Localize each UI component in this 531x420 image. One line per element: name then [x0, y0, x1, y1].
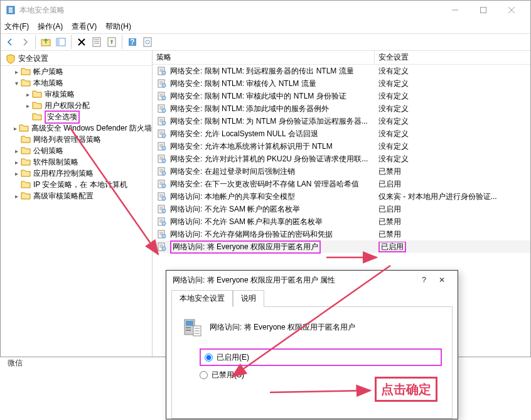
svg-point-24 [162, 146, 166, 150]
policy-value: 已禁用 [378, 217, 401, 226]
tree-item[interactable]: ▸高级安全 Windows Defender 防火墙 [1, 122, 152, 134]
dialog-help-button[interactable]: ? [422, 276, 426, 284]
tree-item-label: 安全选项 [45, 110, 80, 124]
policy-name: 网络访问: 不允许 SAM 帐户和共享的匿名枚举 [170, 217, 323, 227]
twisty-icon[interactable]: ▸ [23, 102, 32, 109]
svg-point-18 [162, 109, 166, 112]
svg-point-22 [162, 134, 166, 137]
policy-icon [158, 117, 166, 126]
list-header-policy[interactable]: 策略 [153, 51, 375, 64]
back-button[interactable] [3, 35, 17, 49]
dialog-close-button[interactable]: ✕ [439, 276, 445, 284]
refresh-button[interactable] [141, 35, 154, 49]
export-button[interactable] [105, 35, 119, 49]
help-button[interactable]: ? [126, 35, 139, 49]
svg-point-16 [162, 96, 166, 100]
radio-enabled[interactable]: 已启用(E) [200, 348, 442, 366]
policy-name: 网络访问: 将 Everyone 权限应用于匿名用户 [170, 240, 321, 254]
dialog-desc: 网络访问: 将 Everyone 权限应用于匿名用户 [210, 322, 355, 333]
policy-icon [158, 180, 166, 188]
policy-value: 没有定义 [378, 79, 409, 88]
titlebar: 本地安全策略 [1, 1, 530, 19]
svg-point-30 [162, 184, 166, 188]
list-row[interactable] [153, 253, 530, 266]
twisty-icon[interactable]: ▸ [12, 68, 21, 75]
policy-icon [158, 217, 166, 226]
twisty-icon[interactable]: ▸ [12, 125, 19, 132]
list-row[interactable]: 网络安全: 限制 NTLM: 添加此域中的服务器例外没有定义 [153, 102, 530, 115]
tree-item[interactable]: ▸应用程序控制策略 [1, 168, 152, 179]
tree-item[interactable]: 网络列表管理器策略 [1, 134, 152, 145]
twisty-icon[interactable]: ▸ [12, 193, 21, 200]
forward-button[interactable] [18, 35, 32, 49]
list-row[interactable]: 网络安全: 在超过登录时间后强制注销已禁用 [153, 165, 530, 178]
tree-item[interactable]: 安全选项 [1, 111, 152, 122]
tree-pane[interactable]: 安全设置 ▸帐户策略▾本地策略▸审核策略▸用户权限分配安全选项▸高级安全 Win… [1, 51, 153, 357]
policy-value: 没有定义 [378, 117, 409, 126]
menu-file[interactable]: 文件(F) [4, 21, 29, 32]
list-row[interactable]: 网络安全: 允许 LocalSystem NULL 会话回退没有定义 [153, 127, 530, 140]
taskbar-wechat[interactable]: 微信 [8, 358, 23, 369]
tree-item[interactable]: IP 安全策略，在 本地计算机 [1, 179, 152, 190]
minimize-button[interactable] [441, 1, 469, 19]
tab-explain[interactable]: 说明 [233, 290, 264, 307]
policy-value: 没有定义 [378, 104, 409, 113]
list-row[interactable]: 网络安全: 允许本地系统将计算机标识用于 NTLM没有定义 [153, 140, 530, 153]
folder-icon [21, 191, 31, 201]
close-button[interactable] [497, 1, 525, 19]
list-row[interactable]: 网络访问: 不允许 SAM 帐户和共享的匿名枚举已禁用 [153, 215, 530, 228]
delete-button[interactable] [75, 35, 88, 49]
tree-root[interactable]: 安全设置 [1, 52, 152, 66]
folder-icon [32, 100, 42, 110]
policy-name: 网络安全: 限制 NTLM: 到远程服务器的传出 NTLM 流量 [170, 66, 354, 77]
twisty-icon[interactable]: ▸ [12, 148, 21, 154]
maximize-button[interactable] [469, 1, 497, 19]
tab-local-security[interactable]: 本地安全设置 [171, 290, 233, 307]
list-row[interactable]: 网络访问: 不允许 SAM 帐户的匿名枚举已启用 [153, 203, 530, 215]
tree-item[interactable]: ▸高级审核策略配置 [1, 190, 152, 202]
tree-item-label: 网络列表管理器策略 [33, 134, 101, 145]
menu-help[interactable]: 帮助(H) [105, 21, 131, 32]
properties-button[interactable] [90, 35, 104, 49]
policy-value: 已启用 [378, 180, 401, 188]
policy-icon [158, 92, 166, 100]
list-row[interactable]: 网络访问: 不允许存储网络身份验证的密码和凭据已禁用 [153, 228, 530, 240]
tree-item[interactable]: ▸用户权限分配 [1, 100, 152, 111]
list-row[interactable]: 网络安全: 限制 NTLM: 为 NTLM 身份验证添加远程服务器...没有定义 [153, 115, 530, 127]
tree-item[interactable]: ▸公钥策略 [1, 145, 152, 156]
list-row[interactable]: 网络安全: 在下一次更改密码时不存储 LAN 管理器哈希值已启用 [153, 178, 530, 190]
list-row[interactable]: 网络安全: 限制 NTLM: 审核此域中的 NTLM 身份验证没有定义 [153, 90, 530, 102]
tree-item[interactable]: ▸审核策略 [1, 89, 152, 100]
list-row[interactable]: 网络安全: 限制 NTLM: 审核传入 NTLM 流量没有定义 [153, 77, 530, 90]
twisty-icon[interactable]: ▸ [12, 170, 21, 177]
tree-item[interactable]: ▾本地策略 [1, 77, 152, 89]
policy-icon [158, 79, 166, 88]
folder-icon [21, 67, 31, 77]
list-row[interactable]: 网络访问: 将 Everyone 权限应用于匿名用户已启用 [153, 240, 530, 253]
radio-enabled-input[interactable] [205, 353, 213, 362]
dialog-title: 网络访问: 将 Everyone 权限应用于匿名用户 属性 [173, 275, 416, 286]
menu-view[interactable]: 查看(V) [72, 21, 97, 32]
list-row[interactable]: 网络安全: 允许对此计算机的 PKU2U 身份验证请求使用联...没有定义 [153, 153, 530, 165]
show-hide-tree-button[interactable] [54, 35, 68, 49]
menu-action[interactable]: 操作(A) [38, 21, 63, 32]
up-button[interactable] [39, 35, 53, 49]
list-row[interactable]: 网络安全: 限制 NTLM: 到远程服务器的传出 NTLM 流量没有定义 [153, 65, 530, 77]
svg-rect-44 [186, 330, 191, 331]
tree-item[interactable]: ▸帐户策略 [1, 66, 152, 77]
policy-icon [158, 242, 166, 251]
tree-item-label: 软件限制策略 [33, 157, 78, 168]
svg-rect-4 [56, 38, 60, 46]
list-row[interactable]: 网络访问: 本地帐户的共享和安全模型仅来宾 - 对本地用户进行身份验证... [153, 190, 530, 203]
twisty-icon[interactable]: ▾ [12, 80, 21, 87]
list-header-value[interactable]: 安全设置 [375, 51, 530, 64]
policy-value: 已启用 [378, 205, 401, 213]
tree-item[interactable]: ▸软件限制策略 [1, 156, 152, 168]
policy-value: 已禁用 [378, 167, 401, 176]
twisty-icon[interactable]: ▸ [12, 159, 21, 166]
folder-icon [32, 112, 42, 122]
twisty-icon[interactable]: ▸ [23, 91, 32, 98]
policy-value: 仅来宾 - 对本地用户进行身份验证... [378, 192, 497, 201]
policy-name: 网络安全: 允许本地系统将计算机标识用于 NTLM [170, 141, 333, 152]
radio-disabled-input[interactable] [200, 371, 208, 379]
